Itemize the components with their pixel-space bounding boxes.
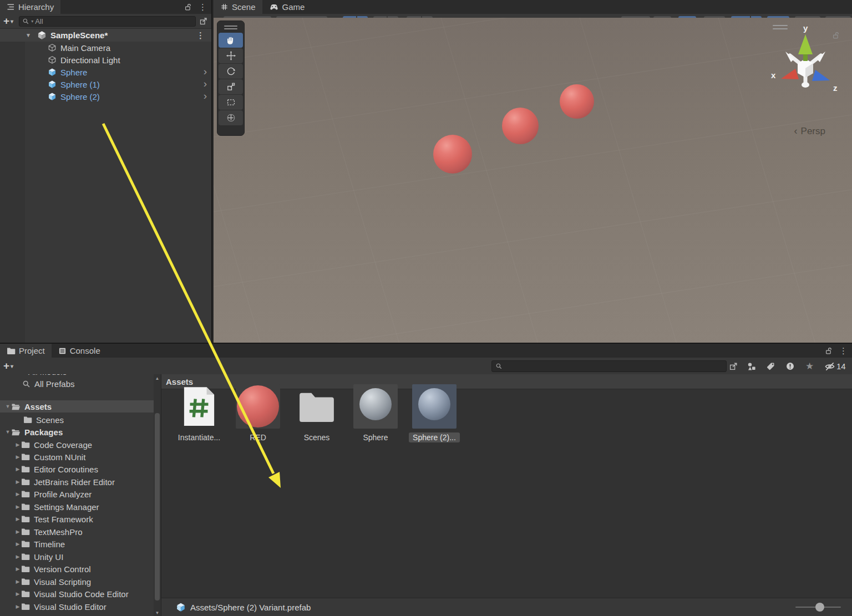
foldout-icon[interactable]: ▼	[4, 429, 11, 435]
axis-y-label: y	[803, 23, 808, 33]
search-by-importlog-icon[interactable]	[785, 360, 795, 372]
create-asset-button[interactable]: + ▾	[3, 360, 13, 372]
hierarchy-item-sphere[interactable]: Sphere ›	[0, 66, 211, 78]
tab-scene[interactable]: Scene	[214, 0, 262, 14]
project-toolbar: + ▾ ★	[0, 358, 852, 374]
hierarchy-search-input[interactable]	[35, 17, 192, 26]
tree-item-scenes[interactable]: Scenes	[0, 414, 154, 426]
asset-label: Instantiate...	[170, 433, 228, 442]
chevron-right-icon[interactable]: ›	[204, 78, 207, 89]
favorites-star-icon[interactable]: ★	[805, 360, 814, 372]
asset-label: Sphere	[347, 433, 404, 442]
hierarchy-search[interactable]: ▾	[19, 16, 196, 27]
lock-icon[interactable]	[184, 3, 192, 11]
gameobject-cube-icon	[48, 43, 57, 52]
tree-item-package[interactable]: ▶Test Framework	[0, 513, 154, 525]
transform-tool[interactable]	[219, 110, 243, 125]
open-search-window-icon[interactable]	[199, 17, 208, 26]
asset-sphere-2-variant[interactable]	[412, 384, 457, 429]
tree-item-package[interactable]: ▶JetBrains Rider Editor	[0, 476, 154, 488]
projection-toggle[interactable]: ‹ Persp	[794, 125, 825, 137]
tree-item-package[interactable]: ▶Version Control	[0, 563, 154, 575]
scroll-down-icon[interactable]: ▼	[154, 610, 161, 615]
tree-item-package[interactable]: ▶Custom NUnit	[0, 451, 154, 463]
folder-icon	[7, 347, 16, 355]
chevron-right-icon[interactable]: ›	[204, 90, 207, 101]
tree-item-package[interactable]: ▶Visual Scripting	[0, 576, 154, 588]
hierarchy-item-main-camera[interactable]: Main Camera	[0, 42, 211, 54]
chevron-right-icon[interactable]: ›	[204, 66, 207, 77]
tree-item-packages[interactable]: ▼ Packages	[0, 426, 154, 438]
rect-tool[interactable]	[219, 95, 243, 110]
tab-hierarchy[interactable]: Hierarchy	[0, 0, 60, 14]
console-icon	[58, 347, 67, 355]
slider-thumb[interactable]	[815, 603, 824, 612]
open-search-window-icon[interactable]	[729, 360, 738, 372]
asset-sphere-prefab[interactable]	[353, 384, 398, 429]
console-tab-label: Console	[70, 346, 100, 355]
tab-game[interactable]: Game	[262, 0, 312, 14]
search-by-type-icon[interactable]	[747, 360, 757, 372]
scene-grid-lines	[214, 18, 852, 344]
hierarchy-item-directional-light[interactable]: Directional Light	[0, 54, 211, 66]
tree-item-package[interactable]: ▶Visual Studio Editor	[0, 600, 154, 613]
project-menu-button[interactable]: ⋮	[838, 347, 849, 355]
tree-item-package[interactable]: ▶Visual Studio Code Editor	[0, 588, 154, 600]
tree-item-package[interactable]: ▶TextMeshPro	[0, 526, 154, 538]
hidden-packages-toggle[interactable]: 14	[824, 360, 846, 372]
search-filter-caret-icon[interactable]: ▾	[31, 19, 33, 24]
overlay-drag-handle[interactable]	[224, 26, 237, 29]
folder-open-icon	[11, 428, 21, 436]
tab-console[interactable]: Console	[52, 344, 107, 358]
tree-item-package[interactable]: ▶Editor Coroutines	[0, 463, 154, 475]
tree-item-package[interactable]: ▶Timeline	[0, 538, 154, 550]
scene-panel: Scene Game Pivot ▾	[214, 0, 852, 344]
hierarchy-menu-button[interactable]: ⋮	[197, 3, 208, 11]
tree-item-package[interactable]: ▶Code Coverage	[0, 439, 154, 451]
projection-label: Persp	[801, 126, 825, 137]
rotate-tool[interactable]	[219, 64, 243, 79]
scrollbar-thumb[interactable]	[155, 413, 160, 600]
tree-item-all-prefabs[interactable]: All Prefabs	[0, 378, 154, 390]
scene-menu-button[interactable]: ⋮	[195, 31, 206, 39]
thumbnail-size-slider[interactable]	[795, 607, 841, 608]
hierarchy-item-sphere-1[interactable]: Sphere (1) ›	[0, 78, 211, 90]
tree-item-assets[interactable]: ▼ Assets	[0, 400, 154, 413]
selected-asset-path: Assets/Sphere (2) Variant.prefab	[190, 603, 311, 612]
create-object-button[interactable]: + ▾	[3, 15, 13, 27]
prefab-cube-icon	[48, 68, 57, 77]
axis-z-label: z	[833, 83, 838, 93]
search-icon	[495, 363, 503, 370]
axis-x-label: x	[771, 70, 776, 80]
asset-csharp-script[interactable]	[177, 384, 221, 429]
scene-viewport[interactable]: y x z ‹ Persp	[214, 18, 852, 344]
view-hand-tool[interactable]	[219, 33, 243, 48]
scene-root-row[interactable]: ▼ SampleScene* ⋮	[0, 29, 211, 42]
move-tool[interactable]	[219, 48, 243, 63]
lock-icon[interactable]	[825, 347, 833, 355]
tree-item-package[interactable]: ▶Settings Manager	[0, 501, 154, 513]
tree-scrollbar[interactable]: ▲ ▼	[154, 374, 161, 616]
asset-red-material[interactable]	[236, 384, 280, 429]
hierarchy-item-sphere-2[interactable]: Sphere (2) ›	[0, 90, 211, 103]
gizmo-lock-icon[interactable]	[832, 31, 840, 39]
scene-tab-label: Scene	[232, 2, 256, 12]
scene-sphere-object[interactable]	[433, 135, 472, 174]
asset-scenes-folder[interactable]	[295, 384, 339, 429]
prefab-variant-cube-icon	[48, 92, 57, 101]
foldout-icon[interactable]: ▼	[4, 404, 11, 409]
tree-item-package[interactable]: ▶Unity UI	[0, 551, 154, 563]
scene-sphere-object[interactable]	[560, 84, 594, 119]
item-label: Main Camera	[60, 43, 110, 53]
tab-project[interactable]: Project	[0, 344, 52, 358]
foldout-icon[interactable]: ▼	[26, 32, 31, 38]
hierarchy-list-icon	[7, 3, 15, 11]
project-search-input[interactable]	[503, 362, 723, 370]
project-search[interactable]	[491, 360, 727, 372]
search-by-label-icon[interactable]	[766, 360, 775, 372]
scroll-up-icon[interactable]: ▲	[154, 376, 161, 381]
scene-sphere-object[interactable]	[502, 108, 539, 144]
hierarchy-tree: ▼ SampleScene* ⋮ Main Camera Directional…	[0, 29, 211, 103]
tree-item-package[interactable]: ▶Profile Analyzer	[0, 488, 154, 500]
scale-tool[interactable]	[219, 79, 243, 94]
